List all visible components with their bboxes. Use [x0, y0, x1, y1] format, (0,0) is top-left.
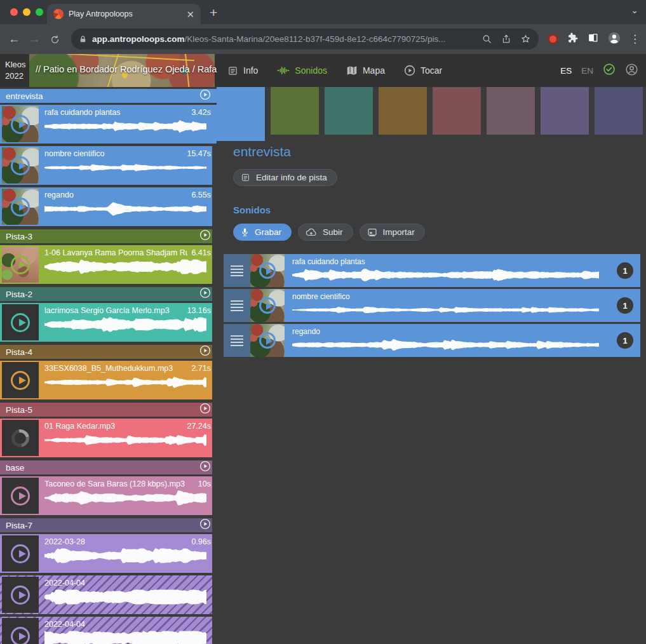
track-play-icon[interactable]: [199, 460, 211, 474]
clip-name: 01 Raga Kedar.mp3: [44, 422, 115, 431]
bookmark-star-icon[interactable]: [520, 34, 531, 44]
sound-actions: GrabarSubirImportar: [233, 224, 641, 241]
audio-clip[interactable]: regando 6.55s: [0, 187, 217, 226]
track-color-tab-6[interactable]: [487, 87, 535, 135]
audio-clip[interactable]: 33ESX6038_B5_Muthedukkum.mp3 2.71s: [0, 361, 217, 399]
track-header[interactable]: Pista-5: [0, 403, 217, 417]
clip-thumbnail[interactable]: [2, 147, 39, 184]
track-play-icon[interactable]: [199, 403, 211, 417]
side-panel-icon[interactable]: [587, 32, 599, 46]
importar-button[interactable]: Importar: [360, 224, 425, 241]
track-header[interactable]: entrevista: [0, 89, 217, 103]
minimize-window-button[interactable]: [23, 8, 30, 16]
clip-thumbnail[interactable]: [2, 420, 39, 456]
track-header[interactable]: Pista-2: [0, 287, 217, 301]
audio-clip[interactable]: lacrimosa Sergio García Merlo.mp3 13.16s: [0, 303, 217, 342]
grabar-button[interactable]: Grabar: [233, 224, 292, 241]
map-icon: [346, 65, 358, 76]
nav-item-info[interactable]: Info: [227, 65, 258, 76]
language-en-button[interactable]: EN: [581, 66, 593, 76]
back-button[interactable]: ←: [4, 32, 24, 46]
clip-duration: 6.41s: [191, 248, 211, 257]
track-color-tab-7[interactable]: [541, 87, 589, 135]
clip-thumbnail[interactable]: [2, 246, 39, 283]
sidebar-track-Pista-4: Pista-4 33ESX6038_B5_Muthedukkum.mp3 2.7…: [0, 345, 217, 399]
close-window-button[interactable]: [10, 8, 18, 16]
zoom-magnifier-icon[interactable]: [481, 34, 492, 44]
clip-thumbnail[interactable]: [2, 362, 39, 398]
track-header[interactable]: Pista-3: [0, 229, 217, 243]
sound-count-badge[interactable]: 1: [617, 332, 633, 349]
sound-row[interactable]: regando 1: [224, 324, 640, 357]
nav-item-mapa[interactable]: Mapa: [346, 65, 385, 76]
browser-menu-kebab-icon[interactable]: ⋮: [629, 32, 640, 46]
drag-handle[interactable]: [224, 324, 250, 357]
track-play-icon[interactable]: [199, 287, 211, 301]
clip-name: Taconeo de Sara Baras (128 kbps).mp3: [44, 480, 185, 488]
audio-clip[interactable]: 01 Raga Kedar.mp3 27.24s: [0, 419, 217, 457]
tab-title: Play Antropoloops: [69, 10, 181, 18]
track-play-icon[interactable]: [199, 89, 211, 103]
tab-close-icon[interactable]: ✕: [186, 10, 194, 19]
drag-handle[interactable]: [224, 289, 250, 322]
waveform: [44, 201, 207, 217]
track-color-tab-3[interactable]: [325, 87, 373, 135]
track-header[interactable]: Pista-7: [0, 518, 217, 532]
subir-button[interactable]: Subir: [298, 224, 353, 241]
sound-thumbnail[interactable]: [250, 254, 285, 287]
browser-tab[interactable]: Play Antropoloops ✕: [47, 4, 201, 24]
app-logo[interactable]: Kleos 2022: [5, 59, 26, 81]
track-color-tab-1[interactable]: [217, 87, 265, 141]
track-play-icon[interactable]: [199, 229, 211, 243]
url-bar[interactable]: app.antropoloops.com/Kleos-Santa-Marina/…: [71, 29, 539, 50]
language-es-button[interactable]: ES: [560, 66, 572, 76]
clip-thumbnail[interactable]: [2, 535, 39, 572]
track-color-tab-8[interactable]: [595, 87, 643, 135]
nav-item-tocar[interactable]: Tocar: [404, 65, 442, 76]
audio-clip[interactable]: 2022-04-04: [0, 617, 217, 644]
edit-track-info-button[interactable]: Editar info de pista: [233, 169, 337, 186]
forward-button[interactable]: →: [24, 32, 44, 46]
track-header[interactable]: base: [0, 460, 217, 474]
audio-clip[interactable]: rafa cuidando plantas 3.42s: [0, 105, 217, 144]
new-tab-button[interactable]: +: [210, 5, 217, 20]
sidebar-scrollbar[interactable]: [212, 144, 217, 644]
clip-thumbnail[interactable]: [2, 189, 39, 225]
sound-thumbnail[interactable]: [250, 289, 285, 322]
reload-button[interactable]: [44, 32, 65, 46]
clip-thumbnail[interactable]: [2, 106, 39, 142]
track-color-tab-5[interactable]: [433, 87, 481, 135]
profile-avatar-icon[interactable]: [607, 31, 621, 48]
sound-count-badge[interactable]: 1: [617, 262, 633, 279]
drag-handle-icon: [231, 265, 243, 276]
account-icon[interactable]: [625, 63, 638, 79]
zoom-window-button[interactable]: [36, 8, 43, 16]
track-color-tab-2[interactable]: [271, 87, 319, 135]
clip-thumbnail[interactable]: [2, 478, 39, 514]
audio-clip[interactable]: 2022-03-28 0.96s: [0, 534, 217, 573]
track-header[interactable]: Pista-4: [0, 345, 217, 359]
record-extension-icon[interactable]: [548, 34, 558, 44]
clip-thumbnail[interactable]: [2, 577, 39, 613]
sound-thumbnail[interactable]: [250, 324, 285, 357]
sound-count-badge[interactable]: 1: [617, 297, 633, 314]
sound-row[interactable]: rafa cuidando plantas 1: [224, 254, 640, 287]
track-play-icon[interactable]: [199, 345, 211, 359]
waveform: [44, 160, 207, 175]
audio-clip[interactable]: 2022-04-04: [0, 575, 217, 614]
audio-clip[interactable]: nombre cientifico 15.47s: [0, 146, 217, 185]
clip-thumbnail[interactable]: [2, 304, 39, 340]
audio-clip[interactable]: 1-06 Lavanya Rama Poorna Shadjam Rupak..…: [0, 245, 217, 284]
extensions-puzzle-icon[interactable]: [567, 32, 579, 46]
sound-row[interactable]: nombre cientifico 1: [224, 289, 640, 322]
share-icon[interactable]: [501, 34, 511, 44]
play-icon: [11, 627, 30, 644]
track-play-icon[interactable]: [199, 518, 211, 532]
track-color-tab-4[interactable]: [379, 87, 427, 135]
drag-handle[interactable]: [224, 254, 250, 287]
clip-thumbnail[interactable]: [2, 618, 39, 644]
waveform-icon: [277, 65, 290, 76]
tab-search-chevron-icon[interactable]: ⌄: [631, 5, 638, 15]
nav-item-sonidos[interactable]: Sonidos: [277, 65, 327, 76]
audio-clip[interactable]: Taconeo de Sara Baras (128 kbps).mp3 10s: [0, 476, 217, 515]
